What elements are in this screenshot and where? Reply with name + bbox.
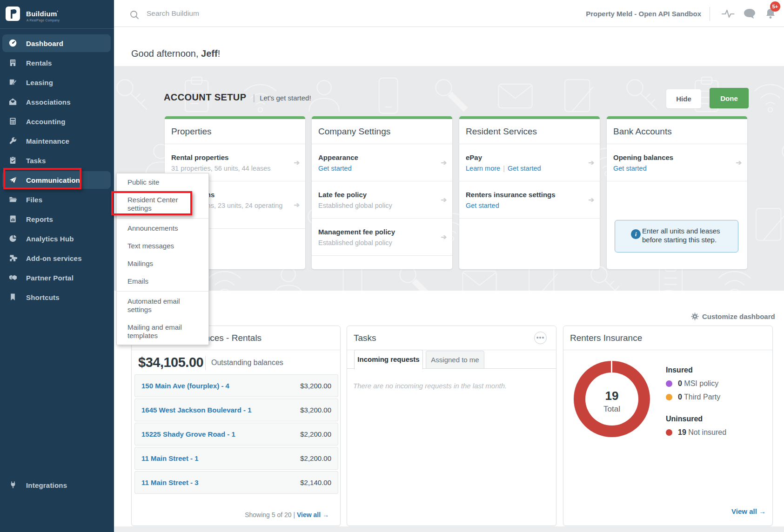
tab-assigned-to-me[interactable]: Assigned to me — [426, 351, 484, 369]
tab-incoming-requests[interactable]: Incoming requests — [354, 350, 423, 369]
arrow-icon: ➔ — [441, 233, 447, 241]
activity-pulse-icon[interactable] — [721, 8, 735, 19]
setup-step-appearance[interactable]: AppearanceGet started➔ — [312, 144, 452, 181]
donut-total-label: Total — [574, 405, 650, 414]
sidebar-item-label: Maintenance — [26, 137, 69, 145]
balance-row: 11 Main Street - 1$2,200.00 — [134, 447, 338, 470]
learn-more-link[interactable]: Learn more — [466, 165, 500, 172]
menu-item-emails[interactable]: Emails — [117, 273, 208, 290]
get-started-link[interactable]: Get started — [466, 202, 499, 209]
sidebar-item-label: Analytics Hub — [26, 235, 74, 243]
sidebar-item-integrations[interactable]: Integrations — [0, 475, 114, 495]
menu-item-announcements[interactable]: Announcements — [117, 219, 208, 237]
sidebar-item-add-on-services[interactable]: Add-on services — [0, 248, 114, 268]
annotation-box-resident-center — [111, 191, 192, 215]
info-icon: i — [631, 229, 641, 239]
sidebar-item-label: Leasing — [26, 79, 53, 86]
setup-card-title: Properties — [165, 119, 305, 144]
menu-item-automated-email-settings[interactable]: Automated email settings — [117, 293, 208, 319]
tasks-menu-button[interactable]: ••• — [534, 332, 547, 344]
balances-view-all-link[interactable]: View all → — [297, 511, 329, 519]
balance-amount: $2,140.00 — [300, 479, 331, 486]
get-started-link[interactable]: Get started — [508, 165, 541, 172]
info-note: iEnter all units and leases before start… — [615, 220, 738, 253]
sidebar-item-label: Accounting — [26, 118, 66, 126]
arrow-icon: ➔ — [294, 159, 300, 167]
property-link[interactable]: 150 Main Ave (fourplex) - 4 — [141, 382, 229, 390]
setup-card-title: Resident Services — [459, 119, 600, 144]
sidebar-item-analytics-hub[interactable]: Analytics Hub — [0, 229, 114, 248]
get-started-link[interactable]: Get started — [318, 165, 352, 172]
sidebar-item-label: Integrations — [26, 481, 67, 489]
pie-chart-icon — [9, 234, 17, 243]
customize-dashboard-button[interactable]: Customize dashboard — [691, 313, 775, 320]
clipboard-check-icon — [9, 156, 17, 165]
folder-icon — [9, 195, 17, 204]
insurance-view-all-link[interactable]: View all → — [731, 507, 766, 515]
search-icon — [129, 10, 140, 20]
plug-icon — [9, 481, 17, 489]
house-icon — [9, 98, 17, 106]
buildium-logo[interactable]: Buildium' A RealPage Company — [0, 0, 114, 29]
get-started-link[interactable]: Get started — [613, 165, 647, 172]
lease-doc-icon — [9, 78, 17, 86]
sidebar-item-partner-portal[interactable]: Partner Portal — [0, 268, 114, 287]
legend-group-header: Insured — [666, 366, 764, 374]
handshake-icon — [9, 273, 17, 282]
setup-step-opening-balances[interactable]: Opening balancesGet started➔ — [607, 144, 747, 181]
sidebar-item-tasks[interactable]: Tasks — [0, 151, 114, 170]
menu-item-public-site[interactable]: Public site — [117, 173, 208, 191]
sidebar-item-maintenance[interactable]: Maintenance — [0, 131, 114, 151]
sidebar-item-reports[interactable]: Reports — [0, 209, 114, 229]
insurance-legend: Insured0 MSI policy0 Third PartyUninsure… — [666, 366, 764, 441]
account-name-label[interactable]: Property Meld - Open API Sandbox — [586, 10, 701, 18]
sidebar-item-rentals[interactable]: Rentals — [0, 53, 114, 73]
sidebar-item-associations[interactable]: Associations — [0, 92, 114, 112]
property-link[interactable]: 11 Main Street - 3 — [141, 479, 199, 486]
balance-row: 150 Main Ave (fourplex) - 4$3,200.00 — [134, 374, 338, 397]
setup-card-title: Company Settings — [312, 119, 452, 144]
arrow-icon: ➔ — [588, 159, 594, 167]
sidebar-item-accounting[interactable]: Accounting — [0, 112, 114, 131]
gear-icon — [691, 313, 699, 320]
setup-step-late-fee-policy[interactable]: Late fee policyEstablished global policy… — [312, 181, 452, 219]
account-setup-section: ACCOUNT SETUP | Let's get started! Hide … — [114, 66, 784, 291]
sidebar-item-shortcuts[interactable]: Shortcuts — [0, 287, 114, 307]
legend-dot — [666, 380, 672, 387]
sidebar-item-files[interactable]: Files — [0, 190, 114, 209]
legend-dot — [666, 429, 672, 436]
report-icon — [9, 215, 17, 223]
property-link[interactable]: 1645 West Jackson Boulevard - 1 — [141, 406, 252, 414]
logo-subtitle: A RealPage Company — [27, 19, 60, 22]
balance-row: 1645 West Jackson Boulevard - 1$3,200.00 — [134, 399, 338, 421]
tasks-empty-message: There are no incoming requests in the la… — [353, 382, 507, 390]
setup-card-resident-services: Resident ServicesePayLearn more|Get star… — [459, 116, 600, 269]
property-link[interactable]: 11 Main Street - 1 — [141, 454, 199, 462]
menu-item-mailing-and-email-templates[interactable]: Mailing and email templates — [117, 319, 208, 345]
sidebar-item-dashboard[interactable]: Dashboard — [0, 33, 114, 53]
menu-item-text-messages[interactable]: Text messages — [117, 237, 208, 255]
legend-group-header: Uninsured — [666, 415, 764, 423]
section-title: ACCOUNT SETUP — [164, 92, 246, 103]
balance-amount: $3,200.00 — [300, 382, 331, 390]
outstanding-total: $34,105.00 — [138, 355, 203, 370]
legend-item: 19 Not insured — [666, 428, 764, 437]
property-link[interactable]: 15225 Shady Grove Road - 1 — [141, 430, 235, 438]
hide-button[interactable]: Hide — [666, 89, 701, 108]
setup-card-bank-accounts: Bank AccountsOpening balancesGet started… — [607, 116, 747, 269]
balance-amount: $3,200.00 — [300, 406, 331, 414]
setup-step-renters-insurance-settings[interactable]: Renters insurance settingsGet started➔ — [459, 181, 600, 219]
setup-step-epay[interactable]: ePayLearn more|Get started➔ — [459, 144, 600, 181]
sidebar-item-label: Rentals — [26, 59, 52, 67]
setup-step-management-fee-policy[interactable]: Management fee policyEstablished global … — [312, 219, 452, 256]
arrow-icon: ➔ — [588, 196, 594, 204]
bookmark-icon — [9, 293, 17, 301]
sidebar-item-leasing[interactable]: Leasing — [0, 73, 114, 92]
search-input[interactable] — [147, 7, 426, 20]
done-button[interactable]: Done — [710, 88, 749, 108]
calculator-icon — [9, 117, 17, 126]
donut-total-value: 19 — [574, 389, 650, 403]
menu-item-mailings[interactable]: Mailings — [117, 255, 208, 273]
chat-icon[interactable] — [743, 8, 756, 20]
insurance-card-title: Renters Insurance — [563, 326, 772, 350]
